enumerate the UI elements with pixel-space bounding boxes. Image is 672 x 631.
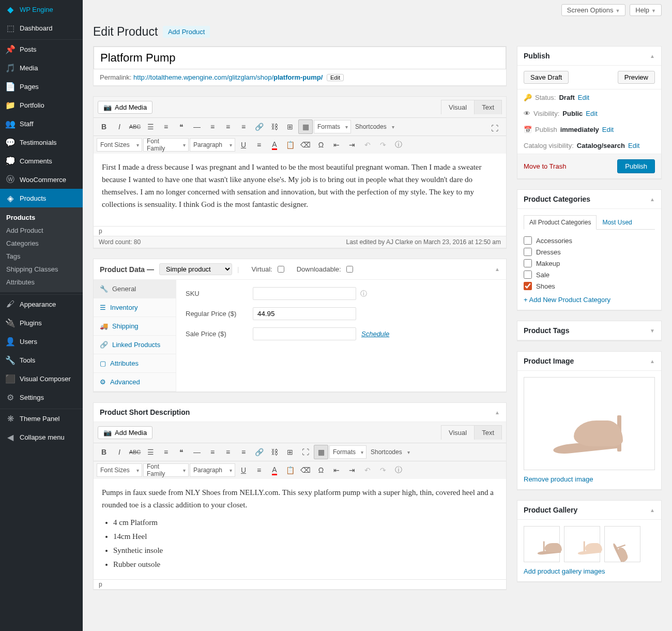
toggle-icon[interactable]: ▼ — [650, 328, 655, 334]
clear-button[interactable]: ⌫ — [298, 138, 313, 152]
unlink-button[interactable]: ⛓ — [267, 445, 282, 459]
menu-visual-composer[interactable]: ⬛Visual Composer — [0, 369, 83, 388]
align-left-button[interactable]: ≡ — [205, 119, 220, 134]
menu-testimonials[interactable]: 💬Testimonials — [0, 133, 83, 152]
submenu-add-product[interactable]: Add Product — [0, 224, 83, 237]
help-icon[interactable]: ⓘ — [360, 289, 367, 298]
quote-button[interactable]: ❝ — [174, 445, 189, 459]
schedule-link[interactable]: Schedule — [361, 330, 389, 338]
pd-tab-linked[interactable]: 🔗Linked Products — [94, 336, 176, 354]
underline-button[interactable]: U — [236, 463, 251, 477]
virtual-checkbox[interactable] — [278, 266, 284, 273]
toggle-icon[interactable]: ▲ — [495, 266, 500, 272]
tab-text-2[interactable]: Text — [474, 426, 501, 440]
toggle-icon[interactable]: ▲ — [650, 358, 655, 364]
menu-media[interactable]: 🎵Media — [0, 58, 83, 77]
sale-price-input[interactable] — [253, 327, 356, 340]
edit-slug-button[interactable]: Edit — [327, 74, 344, 81]
menu-collapse[interactable]: ◀Collapse menu — [0, 428, 83, 446]
ul-button[interactable]: ☰ — [143, 119, 158, 134]
justify-button[interactable]: ≡ — [252, 463, 266, 477]
edit-publish-date[interactable]: Edit — [602, 126, 614, 133]
shortcodes-select[interactable]: Shortcodes — [352, 120, 397, 133]
menu-dashboard[interactable]: ⬚Dashboard — [0, 19, 83, 37]
menu-settings[interactable]: ⚙Settings — [0, 388, 83, 407]
undo-button[interactable]: ↶ — [360, 138, 375, 152]
ul-button[interactable]: ☰ — [143, 445, 158, 459]
add-product-action[interactable]: Add Product — [163, 26, 210, 38]
menu-theme-panel[interactable]: ❋Theme Panel — [0, 409, 83, 428]
align-right-button[interactable]: ≡ — [236, 445, 251, 459]
category-item[interactable]: Dresses — [524, 246, 655, 258]
menu-appearance[interactable]: 🖌Appearance — [0, 295, 83, 313]
product-type-select[interactable]: Simple product — [159, 263, 232, 275]
submenu-shipping-classes[interactable]: Shipping Classes — [0, 263, 83, 276]
downloadable-checkbox[interactable] — [346, 266, 353, 273]
category-checkbox[interactable] — [524, 248, 532, 256]
indent-button[interactable]: ⇥ — [345, 138, 359, 152]
pd-tab-attributes[interactable]: ▢Attributes — [94, 354, 176, 373]
justify-button[interactable]: ≡ — [252, 138, 266, 152]
gallery-thumb[interactable] — [564, 526, 600, 562]
formats-select[interactable]: Formats — [314, 120, 351, 133]
font-sizes-select[interactable]: Font Sizes — [97, 463, 142, 477]
strike-button[interactable]: ABC — [128, 119, 142, 134]
pd-tab-inventory[interactable]: ☰Inventory — [94, 298, 176, 317]
kitchen-sink-button[interactable]: ▦ — [314, 445, 328, 459]
menu-woocommerce[interactable]: ⓦWooCommerce — [0, 170, 83, 189]
outdent-button[interactable]: ⇤ — [329, 463, 344, 477]
clear-button[interactable]: ⌫ — [298, 463, 313, 477]
save-draft-button[interactable]: Save Draft — [524, 71, 569, 84]
category-item[interactable]: Makeup — [524, 258, 655, 269]
pd-tab-advanced[interactable]: ⚙Advanced — [94, 373, 176, 392]
menu-pages[interactable]: 📄Pages — [0, 77, 83, 96]
bold-button[interactable]: B — [97, 445, 111, 459]
ol-button[interactable]: ≡ — [159, 119, 173, 134]
add-media-button[interactable]: 📷Add Media — [98, 101, 152, 114]
align-right-button[interactable]: ≡ — [236, 119, 251, 134]
toggle-icon[interactable]: ▲ — [495, 410, 500, 415]
hr-button[interactable]: — — [190, 445, 204, 459]
textcolor-button[interactable]: A — [267, 463, 282, 477]
toggle-icon[interactable]: ▲ — [650, 197, 655, 202]
quote-button[interactable]: ❝ — [174, 119, 189, 134]
align-center-button[interactable]: ≡ — [221, 445, 235, 459]
category-item[interactable]: Sale — [524, 269, 655, 280]
submenu-categories[interactable]: Categories — [0, 237, 83, 250]
more-button[interactable]: ⊞ — [283, 445, 297, 459]
tab-visual-2[interactable]: Visual — [441, 426, 474, 440]
category-checkbox[interactable] — [524, 259, 532, 267]
move-to-trash[interactable]: Move to Trash — [524, 162, 566, 170]
publish-button[interactable]: Publish — [617, 159, 655, 173]
link-button[interactable]: 🔗 — [252, 445, 266, 459]
add-category-link[interactable]: + Add New Product Category — [524, 296, 610, 304]
toggle-icon[interactable]: ▲ — [650, 507, 655, 513]
underline-button[interactable]: U — [236, 138, 251, 152]
pd-tab-shipping[interactable]: 🚚Shipping — [94, 317, 176, 336]
menu-users[interactable]: 👤Users — [0, 332, 83, 351]
font-family-select[interactable]: Font Family — [143, 138, 189, 152]
kitchen-sink-button[interactable]: ▦ — [298, 119, 313, 134]
editor-content[interactable]: First I made a dress because I was pregn… — [94, 154, 506, 226]
menu-comments[interactable]: 💭Comments — [0, 152, 83, 170]
align-center-button[interactable]: ≡ — [221, 119, 235, 134]
add-gallery-link[interactable]: Add product gallery images — [524, 567, 605, 575]
align-left-button[interactable]: ≡ — [205, 445, 220, 459]
paragraph-select[interactable]: Paragraph — [190, 463, 235, 477]
submenu-tags[interactable]: Tags — [0, 250, 83, 263]
menu-wpengine[interactable]: ◆WP Engine — [0, 0, 83, 19]
edit-status[interactable]: Edit — [578, 94, 589, 101]
paste-button[interactable]: 📋 — [283, 463, 297, 477]
menu-tools[interactable]: 🔧Tools — [0, 351, 83, 369]
tab-visual[interactable]: Visual — [441, 100, 474, 114]
fullscreen-button[interactable]: ⛶ — [298, 445, 313, 459]
ol-button[interactable]: ≡ — [159, 445, 173, 459]
product-image[interactable] — [524, 377, 655, 470]
product-title-input[interactable] — [94, 47, 506, 69]
paste-button[interactable]: 📋 — [283, 138, 297, 152]
tab-text[interactable]: Text — [474, 100, 501, 114]
menu-posts[interactable]: 📌Posts — [0, 40, 83, 58]
textcolor-button[interactable]: A — [267, 138, 282, 152]
sku-input[interactable] — [253, 287, 356, 300]
bold-button[interactable]: B — [97, 119, 111, 134]
